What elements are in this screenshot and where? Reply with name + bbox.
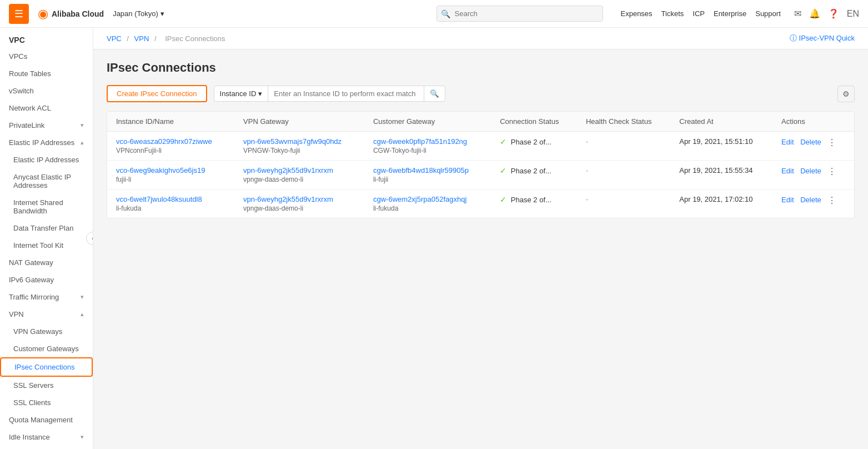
sidebar-item-ssl-servers[interactable]: SSL Servers	[0, 377, 93, 394]
edit-button-2[interactable]: Edit	[781, 196, 794, 204]
breadcrumb-vpn[interactable]: VPN	[134, 34, 149, 43]
connections-table: Instance ID/Name VPN Gateway Customer Ga…	[107, 112, 854, 218]
nav-links: Expenses Tickets ICP Enterprise Support	[621, 9, 781, 18]
customer-gateway-id-link-1[interactable]: cgw-6webfb4wd18kqlr59905p	[373, 166, 469, 174]
col-created-at: Created At	[670, 112, 772, 132]
sidebar-item-idle-instance[interactable]: Idle Instance ▾	[0, 428, 93, 446]
vpn-gateway-id-link-0[interactable]: vpn-6we53wvmajs7gfw9q0hdz	[243, 137, 342, 146]
sidebar-item-ipsec-connections[interactable]: IPsec Connections	[0, 357, 93, 377]
customer-gateway-id-link-0[interactable]: cgw-6week0pfip7fa51n192ng	[373, 137, 467, 146]
more-actions-button-0[interactable]: ⋮	[827, 138, 836, 147]
lang-selector[interactable]: EN	[847, 9, 859, 19]
sidebar-item-elastic-ip-section[interactable]: Elastic IP Addresses ▴	[0, 134, 93, 151]
table-body: vco-6weasza0299hrx07ziwwe VPNconnFujii-l…	[107, 132, 854, 218]
toolbar: Create IPsec Connection Instance ID ▾ 🔍 …	[107, 85, 855, 102]
table-header-row: Instance ID/Name VPN Gateway Customer Ga…	[107, 112, 854, 132]
col-instance-id: Instance ID/Name	[107, 112, 234, 132]
instance-id-link-1[interactable]: vco-6weg9eakighvo5e6js19	[116, 166, 205, 174]
help-icon[interactable]: ❓	[828, 8, 839, 19]
breadcrumb-sep1: /	[127, 34, 131, 43]
status-check-icon-0: ✓	[500, 137, 506, 146]
sidebar-item-vpn-section[interactable]: VPN ▴	[0, 306, 93, 323]
cell-vpn-gateway-0: vpn-6we53wvmajs7gfw9q0hdz VPNGW-Tokyo-fu…	[234, 132, 364, 161]
delete-button-0[interactable]: Delete	[800, 138, 821, 146]
sidebar-item-anycast-eip[interactable]: Anycast Elastic IP Addresses	[0, 168, 93, 194]
settings-icon: ⚙	[842, 89, 850, 98]
sidebar-item-network-acl[interactable]: Network ACL	[0, 99, 93, 117]
idle-instance-arrow: ▾	[81, 433, 84, 441]
cell-customer-gateway-2: cgw-6wem2xj5rpa052fagxhqj li-fukuda	[364, 189, 491, 218]
sidebar-item-nat-gateway[interactable]: NAT Gateway	[0, 254, 93, 271]
nav-enterprise[interactable]: Enterprise	[714, 9, 746, 18]
vpn-gateway-name-0: VPNGW-Tokyo-fujii	[243, 147, 355, 154]
sidebar-item-traffic-mirroring[interactable]: Traffic Mirroring ▾	[0, 288, 93, 306]
main-layout: VPC VPCs Route Tables vSwitch Network AC…	[0, 28, 868, 449]
sidebar-item-vpn-gateways[interactable]: VPN Gateways	[0, 323, 93, 340]
breadcrumb-vpc[interactable]: VPC	[107, 34, 122, 43]
created-at-text-0: Apr 19, 2021, 15:51:10	[679, 137, 752, 146]
filter-input[interactable]	[268, 86, 424, 101]
sidebar-item-data-transfer[interactable]: Data Transfer Plan	[0, 219, 93, 237]
create-ipsec-connection-button[interactable]: Create IPsec Connection	[107, 85, 207, 102]
nav-support[interactable]: Support	[755, 9, 781, 18]
cell-actions-0: Edit Delete ⋮	[772, 132, 854, 161]
vpn-gateway-id-link-2[interactable]: vpn-6weyhg2jk55d9v1rxrxm	[243, 195, 333, 203]
mail-icon[interactable]: ✉	[794, 8, 801, 19]
filter-search-button[interactable]: 🔍	[424, 86, 445, 101]
search-input[interactable]	[436, 6, 603, 22]
nav-tickets[interactable]: Tickets	[661, 9, 684, 18]
menu-button[interactable]: ☰	[9, 4, 29, 24]
sidebar-item-ssl-clients[interactable]: SSL Clients	[0, 394, 93, 411]
connection-status-text-0: Phase 2 of...	[511, 138, 551, 146]
health-status-text-1: -	[586, 166, 588, 174]
edit-button-1[interactable]: Edit	[781, 167, 794, 175]
traffic-mirroring-arrow: ▾	[81, 293, 84, 301]
table-row: vco-6weg9eakighvo5e6js19 fujii-li vpn-6w…	[107, 161, 854, 189]
connection-status-text-2: Phase 2 of...	[511, 196, 551, 204]
edit-button-0[interactable]: Edit	[781, 138, 794, 146]
sidebar-item-customer-gateways[interactable]: Customer Gateways	[0, 340, 93, 357]
sidebar-item-vpcs[interactable]: VPCs	[0, 48, 93, 65]
sidebar-item-internet-tool-kit[interactable]: Internet Tool Kit	[0, 237, 93, 254]
private-link-arrow: ▾	[81, 122, 84, 129]
delete-button-1[interactable]: Delete	[800, 167, 821, 175]
health-status-text-2: -	[586, 195, 588, 203]
table-row: vco-6welt7jwulo48ksuutdl8 li-fukuda vpn-…	[107, 189, 854, 218]
table-settings-button[interactable]: ⚙	[837, 86, 855, 102]
filter-field-select[interactable]: Instance ID ▾	[214, 86, 269, 101]
sidebar-item-elastic-ip[interactable]: Elastic IP Addresses	[0, 151, 93, 168]
more-actions-button-1[interactable]: ⋮	[827, 167, 836, 176]
status-check-icon-1: ✓	[500, 166, 506, 175]
instance-id-link-2[interactable]: vco-6welt7jwulo48ksuutdl8	[116, 195, 202, 203]
sidebar-item-internet-shared-bw[interactable]: Internet Shared Bandwidth	[0, 194, 93, 219]
filter-group: Instance ID ▾ 🔍	[214, 86, 446, 102]
delete-button-2[interactable]: Delete	[800, 196, 821, 204]
cell-vpn-gateway-2: vpn-6weyhg2jk55d9v1rxrxm vpngw-daas-demo…	[234, 189, 364, 218]
sidebar: VPC VPCs Route Tables vSwitch Network AC…	[0, 28, 93, 449]
status-check-icon-2: ✓	[500, 195, 506, 204]
sidebar-item-quota-management[interactable]: Quota Management	[0, 411, 93, 428]
sidebar-item-ipv6-gateway[interactable]: IPv6 Gateway	[0, 271, 93, 288]
bell-icon[interactable]: 🔔	[809, 8, 820, 19]
sidebar-item-vswitch[interactable]: vSwitch	[0, 82, 93, 99]
instance-name-0: VPNconnFujii-li	[116, 147, 225, 154]
vpn-gateway-id-link-1[interactable]: vpn-6weyhg2jk55d9v1rxrxm	[243, 166, 333, 174]
region-label: Japan (Tokyo)	[113, 9, 158, 18]
region-selector[interactable]: Japan (Tokyo) ▾	[113, 9, 164, 18]
vpn-gateway-name-2: vpngw-daas-demo-li	[243, 204, 355, 212]
instance-id-link-0[interactable]: vco-6weasza0299hrx07ziwwe	[116, 137, 212, 146]
nav-expenses[interactable]: Expenses	[621, 9, 653, 18]
region-arrow-icon: ▾	[160, 9, 164, 18]
instance-name-2: li-fukuda	[116, 204, 225, 212]
customer-gateway-id-link-2[interactable]: cgw-6wem2xj5rpa052fagxhqj	[373, 195, 466, 203]
customer-gateway-name-1: li-fujii	[373, 176, 482, 183]
nav-icp[interactable]: ICP	[693, 9, 705, 18]
cell-vpn-gateway-1: vpn-6weyhg2jk55d9v1rxrxm vpngw-daas-demo…	[234, 161, 364, 189]
sidebar-item-route-tables[interactable]: Route Tables	[0, 65, 93, 82]
more-actions-button-2[interactable]: ⋮	[827, 196, 836, 205]
quick-link[interactable]: ⓘ IPsec-VPN Quick	[790, 33, 855, 43]
nav-icons: ✉ 🔔 ❓ EN	[794, 8, 859, 19]
col-actions: Actions	[772, 112, 854, 132]
vpn-gateway-name-1: vpngw-daas-demo-li	[243, 176, 355, 183]
sidebar-item-private-link[interactable]: PrivateLink ▾	[0, 117, 93, 134]
